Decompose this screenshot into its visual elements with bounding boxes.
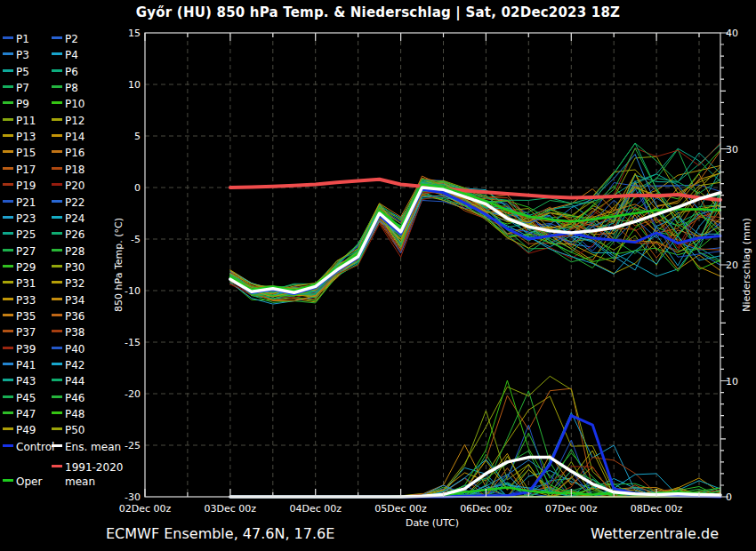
left-tick-label: 0 xyxy=(134,182,141,194)
legend-row: P21P22 xyxy=(3,196,145,212)
legend-line-swatch xyxy=(3,69,13,72)
legend-item-p44: P44 xyxy=(52,374,85,387)
legend-label: P11 xyxy=(16,114,36,126)
member-temp-line xyxy=(230,148,720,297)
legend-label: P39 xyxy=(16,342,36,355)
legend-row: P1P2 xyxy=(3,32,145,48)
legend-line-swatch xyxy=(52,118,62,121)
legend-line-swatch xyxy=(52,167,62,170)
legend-line-swatch xyxy=(3,36,13,39)
legend-label: P38 xyxy=(65,326,85,339)
legend-line-swatch xyxy=(3,314,13,316)
legend-label: P12 xyxy=(65,114,85,126)
left-tick-label: -15 xyxy=(125,337,141,348)
legend-line-swatch xyxy=(52,232,62,235)
legend-line-swatch xyxy=(52,444,62,447)
legend-item-p48: P48 xyxy=(52,407,85,420)
legend-line-swatch xyxy=(3,330,13,332)
right-tick-label: 10 xyxy=(726,375,738,387)
legend-label: mean xyxy=(65,475,95,488)
legend-line-swatch xyxy=(3,281,13,283)
left-tick-label: -5 xyxy=(131,234,141,245)
legend-item-control: Control xyxy=(3,440,54,453)
legend-label: P25 xyxy=(16,228,36,241)
gridlines xyxy=(145,33,720,497)
right-tick-label: 0 xyxy=(726,491,732,503)
legend-label: P29 xyxy=(16,260,36,273)
legend-item-p28: P28 xyxy=(52,244,85,258)
plot-frame xyxy=(145,33,720,497)
legend-item-p3: P3 xyxy=(3,48,29,61)
legend-item-p18: P18 xyxy=(52,163,85,176)
legend-item-p32: P32 xyxy=(52,276,85,290)
legend-label: P35 xyxy=(16,309,36,322)
legend-row: P41P42 xyxy=(3,358,145,374)
legend-item-p43: P43 xyxy=(3,374,36,387)
legend-label: P31 xyxy=(16,277,36,290)
legend-row: P43P44 xyxy=(3,374,145,390)
right-tick-label: 40 xyxy=(726,28,738,39)
legend-label: P8 xyxy=(65,82,78,94)
legend-row: P49P50 xyxy=(3,423,145,439)
right-tick-label: 30 xyxy=(726,143,738,155)
legend-line-swatch xyxy=(52,314,62,316)
legend-label: 1991-2020 xyxy=(65,460,123,473)
legend-line-swatch xyxy=(3,298,13,300)
right-tick-label: 20 xyxy=(726,260,738,271)
legend-line-swatch xyxy=(52,411,62,414)
legend-line-swatch xyxy=(3,167,13,170)
legend-label: P10 xyxy=(65,98,85,110)
legend-label: P40 xyxy=(65,342,85,355)
legend-item-p17: P17 xyxy=(3,163,36,176)
legend-line-swatch xyxy=(3,150,13,153)
legend-label: P4 xyxy=(65,49,78,61)
legend-label: P5 xyxy=(16,65,29,77)
legend-label: P48 xyxy=(65,408,85,420)
legend-item-p40: P40 xyxy=(52,342,85,355)
legend-label: P33 xyxy=(16,293,36,306)
legend-item-p2: P2 xyxy=(52,32,78,45)
legend-item-p16: P16 xyxy=(52,146,85,159)
x-tick-label: 04Dec 00z xyxy=(289,503,342,515)
legend-label: P22 xyxy=(65,196,85,208)
legend-label: P2 xyxy=(65,33,78,45)
legend-item-p22: P22 xyxy=(52,196,85,209)
legend-item-p39: P39 xyxy=(3,342,36,355)
legend-label: P21 xyxy=(16,196,36,208)
legend-item-p23: P23 xyxy=(3,212,36,225)
legend-row: P5P6 xyxy=(3,65,145,81)
legend-line-swatch xyxy=(3,216,13,219)
legend-label: P49 xyxy=(16,424,36,436)
legend-label: P23 xyxy=(16,212,36,224)
legend-line-swatch xyxy=(52,347,62,349)
legend-item-p13: P13 xyxy=(3,130,36,143)
left-tick-label: -10 xyxy=(125,285,141,297)
legend-line-swatch xyxy=(52,249,62,252)
legend-line-swatch xyxy=(3,232,13,235)
x-tick-label: 07Dec 00z xyxy=(545,503,598,515)
x-tick-label: 02Dec 00z xyxy=(119,503,172,515)
legend-line-swatch xyxy=(3,183,13,186)
left-tick-label: 15 xyxy=(128,28,141,39)
legend-row: ControlEns. mean xyxy=(3,440,145,456)
legend-line-swatch xyxy=(52,281,62,283)
legend-item-p35: P35 xyxy=(3,309,36,323)
legend-line-swatch xyxy=(3,85,13,88)
legend-item-p38: P38 xyxy=(52,325,85,339)
legend-line-swatch xyxy=(52,379,62,381)
legend-label: P30 xyxy=(65,260,85,273)
legend-item-p9: P9 xyxy=(3,97,29,110)
legend-row: P47P48 xyxy=(3,407,145,423)
legend-line-swatch xyxy=(3,427,13,430)
legend-line-swatch xyxy=(52,69,62,72)
legend-item-p20: P20 xyxy=(52,179,85,192)
legend-label: Control xyxy=(16,440,54,452)
legend-line-swatch xyxy=(3,347,13,349)
legend-line-swatch xyxy=(52,150,62,153)
legend-line-swatch xyxy=(52,85,62,88)
left-tick-label: -25 xyxy=(125,440,141,451)
legend-line-swatch xyxy=(3,444,13,447)
legend-label: P26 xyxy=(65,228,85,241)
legend-line-swatch xyxy=(52,52,62,55)
legend-label: P16 xyxy=(65,147,85,159)
